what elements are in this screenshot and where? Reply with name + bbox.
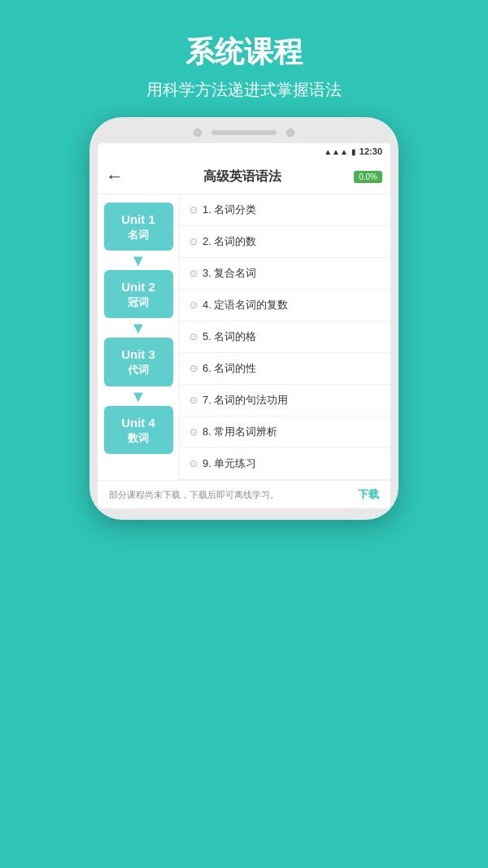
signal-icon: ▲▲▲ (324, 147, 348, 156)
content-area: Unit 1 名词 ▼ Unit 2 冠词 ▼ Unit 3 代词 ▼ Unit… (98, 194, 390, 480)
unit-2-number: Unit 2 (107, 278, 170, 295)
progress-badge: 0.0% (354, 171, 382, 183)
lesson-item-1[interactable]: ⊙ 1. 名词分类 (180, 194, 390, 226)
lesson-icon-9: ⊙ (190, 458, 198, 469)
lesson-icon-4: ⊙ (190, 299, 198, 311)
lesson-icon-2: ⊙ (190, 236, 198, 247)
arrow-1: ▼ (130, 252, 146, 268)
phone-screen: ▲▲▲ ▮ 12:30 ← 高级英语语法 0.0% Unit 1 名词 ▼ Un… (98, 143, 390, 508)
lesson-label-8: 8. 常用名词辨析 (203, 425, 277, 439)
main-title: 系统课程 (146, 33, 342, 72)
back-button[interactable]: ← (106, 166, 124, 187)
lesson-label-9: 9. 单元练习 (203, 456, 256, 471)
app-title: 高级英语语法 (130, 168, 354, 185)
lesson-item-9[interactable]: ⊙ 9. 单元练习 (180, 448, 390, 480)
lesson-item-8[interactable]: ⊙ 8. 常用名词辨析 (180, 417, 390, 448)
lesson-label-6: 6. 名词的性 (203, 361, 256, 376)
status-time: 12:30 (359, 146, 382, 156)
lesson-item-7[interactable]: ⊙ 7. 名词的句法功用 (180, 385, 390, 417)
lesson-item-6[interactable]: ⊙ 6. 名词的性 (180, 353, 390, 385)
footer-text: 部分课程尚未下载，下载后即可离线学习。 (109, 489, 279, 501)
lesson-item-3[interactable]: ⊙ 3. 复合名词 (180, 258, 390, 290)
unit-4-number: Unit 4 (107, 414, 170, 431)
lesson-label-3: 3. 复合名词 (203, 266, 256, 281)
unit-3-name: 代词 (107, 363, 170, 377)
lessons-column: ⊙ 1. 名词分类 ⊙ 2. 名词的数 ⊙ 3. 复合名词 ⊙ 4. 定语名词的… (179, 194, 390, 480)
app-header: ← 高级英语语法 0.0% (98, 159, 390, 194)
unit-2-name: 冠词 (107, 295, 170, 310)
header-section: 系统课程 用科学方法递进式掌握语法 (146, 33, 342, 101)
lesson-item-5[interactable]: ⊙ 5. 名词的格 (180, 321, 390, 353)
phone-device: ▲▲▲ ▮ 12:30 ← 高级英语语法 0.0% Unit 1 名词 ▼ Un… (89, 117, 399, 520)
units-column: Unit 1 名词 ▼ Unit 2 冠词 ▼ Unit 3 代词 ▼ Unit… (98, 194, 179, 480)
unit-block-1[interactable]: Unit 1 名词 (104, 203, 173, 251)
lesson-icon-1: ⊙ (190, 204, 198, 216)
download-button[interactable]: 下载 (358, 487, 379, 502)
battery-icon: ▮ (351, 147, 356, 156)
phone-camera-right (286, 129, 294, 137)
unit-block-4[interactable]: Unit 4 数词 (104, 406, 173, 454)
unit-1-name: 名词 (107, 228, 170, 242)
unit-4-name: 数词 (107, 431, 170, 446)
footer-bar: 部分课程尚未下载，下载后即可离线学习。 下载 (98, 480, 390, 508)
lesson-icon-5: ⊙ (190, 331, 198, 342)
arrow-2: ▼ (130, 320, 146, 336)
unit-block-3[interactable]: Unit 3 代词 (104, 338, 173, 386)
phone-top-bar (98, 129, 390, 137)
phone-speaker (211, 130, 277, 135)
phone-camera-left (194, 129, 202, 137)
lesson-item-4[interactable]: ⊙ 4. 定语名词的复数 (180, 290, 390, 321)
unit-1-number: Unit 1 (107, 211, 170, 228)
lesson-icon-7: ⊙ (190, 395, 198, 406)
lesson-label-4: 4. 定语名词的复数 (203, 298, 288, 312)
lesson-icon-6: ⊙ (190, 363, 198, 374)
lesson-label-2: 2. 名词的数 (203, 234, 256, 249)
lesson-item-2[interactable]: ⊙ 2. 名词的数 (180, 226, 390, 258)
main-subtitle: 用科学方法递进式掌握语法 (146, 79, 342, 101)
lesson-label-5: 5. 名词的格 (203, 329, 256, 344)
arrow-3: ▼ (130, 388, 146, 404)
lesson-label-1: 1. 名词分类 (203, 203, 256, 217)
lesson-label-7: 7. 名词的句法功用 (203, 393, 288, 408)
lesson-icon-8: ⊙ (190, 426, 198, 438)
unit-3-number: Unit 3 (107, 346, 170, 363)
lesson-icon-3: ⊙ (190, 268, 198, 279)
status-bar: ▲▲▲ ▮ 12:30 (98, 143, 390, 159)
unit-block-2[interactable]: Unit 2 冠词 (104, 270, 173, 318)
